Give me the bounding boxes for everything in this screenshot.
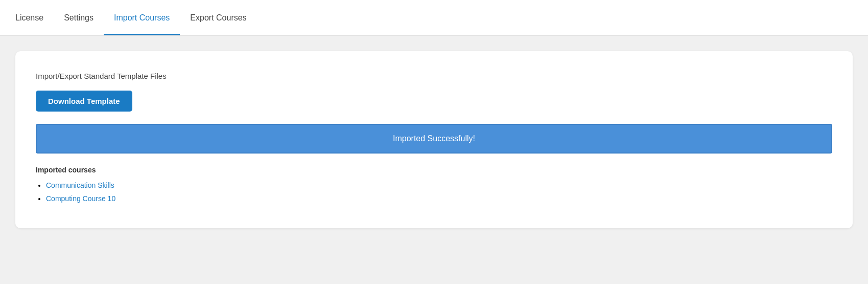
course-link-communication-skills[interactable]: Communication Skills bbox=[46, 181, 114, 189]
tab-settings[interactable]: Settings bbox=[54, 0, 104, 35]
list-item: Communication Skills bbox=[46, 181, 832, 189]
imported-courses-label: Imported courses bbox=[36, 166, 832, 174]
import-card: Import/Export Standard Template Files Do… bbox=[15, 51, 853, 228]
list-item: Computing Course 10 bbox=[46, 194, 832, 203]
imported-courses-list: Communication Skills Computing Course 10 bbox=[36, 181, 832, 203]
tab-import-courses[interactable]: Import Courses bbox=[104, 0, 180, 35]
main-content: Import/Export Standard Template Files Do… bbox=[0, 36, 868, 284]
tab-bar: License Settings Import Courses Export C… bbox=[0, 0, 868, 36]
tab-license[interactable]: License bbox=[15, 0, 54, 35]
download-template-button[interactable]: Download Template bbox=[36, 91, 132, 112]
success-banner: Imported Successfully! bbox=[36, 124, 832, 154]
section-title: Import/Export Standard Template Files bbox=[36, 72, 832, 80]
tab-export-courses[interactable]: Export Courses bbox=[180, 0, 256, 35]
course-link-computing-course-10[interactable]: Computing Course 10 bbox=[46, 194, 115, 203]
